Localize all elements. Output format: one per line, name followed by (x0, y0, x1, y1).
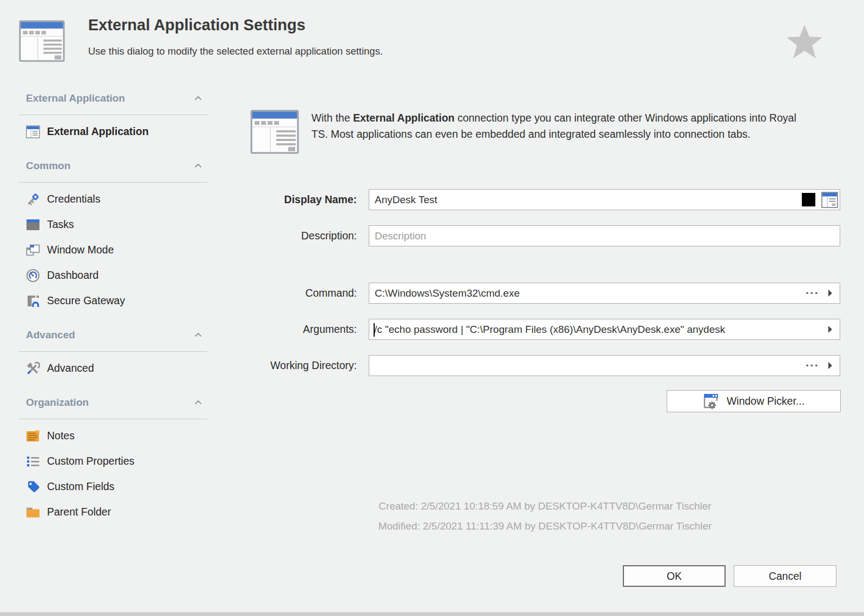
icon-picker-window-icon[interactable] (821, 192, 838, 208)
cancel-button-label: Cancel (769, 570, 802, 582)
sidebar-item-label: Tasks (47, 218, 74, 231)
chevron-up-icon (195, 164, 202, 168)
sidebar-item-window-mode[interactable]: Window Mode (19, 237, 207, 263)
arguments-field (369, 319, 840, 340)
sidebar-item-label: Credentials (47, 193, 101, 205)
window-picker-icon (703, 393, 720, 410)
sidebar-item-label: External Application (47, 125, 149, 138)
sidebar-item-label: Custom Fields (47, 480, 115, 493)
color-swatch[interactable] (802, 193, 815, 206)
ok-button[interactable]: OK (623, 565, 726, 587)
sidebar-item-label: Window Mode (47, 244, 114, 256)
sidebar-item-notes[interactable]: Notes (19, 423, 207, 448)
command-label: Command: (249, 283, 357, 304)
tools-icon (26, 361, 40, 376)
external-application-window-icon (19, 19, 65, 65)
section-header-common[interactable]: Common (19, 154, 207, 178)
sidebar-item-label: Advanced (47, 362, 94, 374)
sidebar-item-label: Notes (47, 430, 75, 442)
sidebar-item-label: Secure Gateway (47, 294, 125, 307)
window-bottom-edge (0, 612, 864, 616)
sidebar-section-common: Common Credentials (19, 154, 207, 313)
section-title: Advanced (26, 329, 75, 341)
notes-icon (26, 429, 40, 443)
list-icon (26, 454, 40, 468)
section-header-organization[interactable]: Organization (19, 391, 207, 414)
expand-arrow-icon[interactable] (828, 361, 833, 370)
sidebar-item-label: Custom Properties (47, 455, 134, 467)
external-application-window-icon (250, 110, 299, 154)
sidebar-item-parent-folder[interactable]: Parent Folder (19, 499, 207, 525)
browse-ellipsis-button[interactable]: ··· (806, 291, 819, 296)
folder-icon (26, 505, 40, 519)
working-directory-input[interactable] (369, 360, 806, 372)
arguments-label: Arguments: (249, 319, 357, 340)
connection-type-info: With the External Application connection… (250, 110, 801, 154)
sidebar-item-credentials[interactable]: Credentials (19, 186, 207, 212)
sidebar-section-external-application: External Application External Applicatio… (19, 86, 207, 144)
section-header-advanced[interactable]: Advanced (19, 323, 207, 347)
window-picker-label: Window Picker... (727, 395, 805, 407)
sidebar-item-external-application[interactable]: External Application (19, 119, 207, 144)
sidebar-item-dashboard[interactable]: Dashboard (19, 263, 207, 288)
sidebar-item-custom-properties[interactable]: Custom Properties (19, 448, 207, 474)
sidebar-item-label: Parent Folder (47, 506, 111, 518)
display-name-label: Display Name: (249, 189, 357, 210)
created-info: Created: 2/5/2021 10:18:59 AM by DESKTOP… (249, 500, 841, 512)
settings-panel: With the External Application connection… (249, 0, 841, 616)
chevron-up-icon (195, 400, 202, 405)
window-picker-button[interactable]: Window Picker... (667, 390, 841, 412)
gauge-icon (26, 269, 40, 283)
display-name-field (369, 189, 840, 210)
sidebar-item-advanced[interactable]: Advanced (19, 356, 207, 381)
ok-button-label: OK (667, 570, 682, 582)
expand-arrow-icon[interactable] (828, 289, 833, 297)
info-text: With the External Application connection… (311, 110, 801, 154)
description-label: Description: (249, 225, 357, 246)
external-application-settings-dialog: External Application Settings Use this d… (0, 0, 864, 616)
arguments-input[interactable] (369, 324, 828, 336)
description-field (369, 225, 840, 246)
section-title: Organization (26, 397, 89, 409)
tag-icon (26, 480, 40, 494)
working-directory-label: Working Directory: (249, 355, 357, 376)
chevron-up-icon (195, 96, 202, 101)
cancel-button[interactable]: Cancel (734, 565, 836, 587)
sidebar-item-custom-fields[interactable]: Custom Fields (19, 474, 207, 499)
sidebar-item-label: Dashboard (47, 269, 98, 282)
section-title: External Application (26, 92, 125, 104)
sidebar-item-tasks[interactable]: Tasks (19, 212, 207, 237)
expand-arrow-icon[interactable] (828, 325, 833, 333)
chevron-up-icon (195, 333, 202, 337)
section-title: Common (26, 160, 70, 172)
gateway-icon (26, 294, 40, 308)
sidebar-item-secure-gateway[interactable]: Secure Gateway (19, 288, 207, 313)
modified-info: Modified: 2/5/2021 11:11:39 AM by DESKTO… (249, 520, 841, 532)
key-icon (26, 192, 40, 206)
tasks-icon (26, 218, 40, 232)
window-mode-icon (26, 243, 40, 257)
section-header-external-application[interactable]: External Application (19, 86, 207, 110)
command-field: ··· (369, 283, 840, 304)
display-name-input[interactable] (369, 194, 802, 206)
sidebar-section-organization: Organization Notes (19, 391, 207, 525)
sidebar-section-advanced: Advanced Advanced (19, 323, 207, 381)
description-input[interactable] (369, 230, 840, 242)
working-directory-field: ··· (369, 355, 840, 376)
settings-sidebar: External Application External Applicatio… (19, 86, 207, 525)
command-input[interactable] (369, 287, 806, 299)
browse-ellipsis-button[interactable]: ··· (806, 363, 819, 369)
window-form-icon (26, 125, 40, 139)
text-caret (374, 323, 375, 337)
